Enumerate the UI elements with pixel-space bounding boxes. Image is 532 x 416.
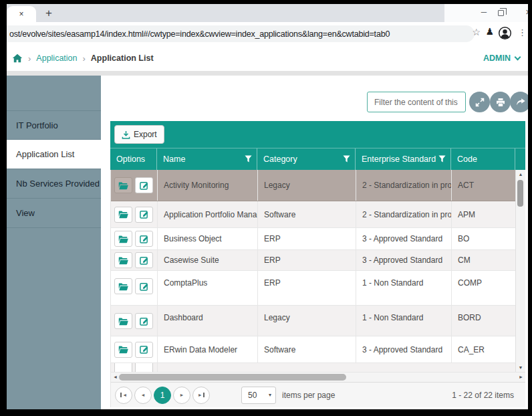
table-body: Activity Monitoring Legacy 2 - Standardi… [110, 170, 525, 372]
open-folder-button[interactable] [114, 177, 132, 193]
cell-category: Legacy [258, 170, 356, 201]
horizontal-scrollbar-thumb[interactable] [119, 374, 346, 381]
table-row-clipped[interactable] [111, 363, 515, 372]
previous-page-button[interactable]: ◄ [134, 387, 152, 404]
sidebar-item-application-list[interactable]: Application List [7, 140, 101, 169]
breadcrumb-link-application[interactable]: Application [36, 54, 77, 63]
column-label: Code [457, 154, 477, 164]
open-folder-button[interactable] [114, 313, 132, 329]
table-row[interactable]: Activity Monitoring Legacy 2 - Standardi… [111, 170, 515, 201]
restore-button[interactable] [498, 10, 504, 16]
column-header-enterprise-standard[interactable]: Enterprise Standard [356, 148, 451, 170]
horizontal-scrollbar[interactable]: ◄ ► [110, 372, 525, 382]
open-folder-button[interactable] [114, 252, 132, 268]
folder-open-icon [118, 210, 128, 219]
items-per-page-label: items per page [282, 391, 335, 400]
url-text: ost/evolve/sites/easamp14/index.html#/cw… [9, 29, 390, 39]
sidebar-item-it-portfolio[interactable]: IT Portfolio [7, 110, 101, 140]
edit-pencil-icon [140, 317, 148, 326]
sidebar-item-nb-services-provided[interactable]: Nb Services Provided [7, 169, 101, 199]
open-folder-button[interactable] [114, 342, 132, 358]
close-button[interactable]: × [525, 6, 528, 17]
filter-funnel-icon[interactable] [438, 155, 446, 165]
minimize-button[interactable]: – [481, 5, 487, 17]
extension-pin-icon[interactable]: ♟ [485, 27, 494, 36]
person-icon [498, 26, 512, 40]
open-folder-button[interactable] [114, 207, 132, 223]
scroll-up-icon[interactable]: ▲ [516, 172, 525, 177]
bookmark-star-icon[interactable]: ☆ [472, 27, 481, 37]
column-header-name[interactable]: Name [157, 148, 257, 170]
cell-category: ERP [258, 228, 356, 249]
open-folder-button[interactable] [114, 278, 132, 294]
browser-toolbar: ost/evolve/sites/easamp14/index.html#/cw… [7, 22, 528, 45]
edit-button[interactable] [135, 313, 153, 329]
browser-tab[interactable]: × [7, 6, 36, 22]
download-icon [122, 130, 130, 139]
edit-button[interactable] [135, 363, 153, 372]
cell-enterprise-standard: 1 - Non Standard [356, 306, 452, 336]
fullscreen-button[interactable] [469, 92, 490, 112]
folder-open-icon [118, 235, 128, 243]
export-button[interactable]: Export [114, 125, 164, 144]
print-button[interactable] [490, 92, 511, 112]
cell-enterprise-standard: 2 - Standardization in progress [356, 170, 452, 201]
scroll-left-icon[interactable]: ◄ [113, 375, 118, 379]
url-bar[interactable]: ost/evolve/sites/easamp14/index.html#/cw… [7, 25, 475, 42]
edit-button[interactable] [135, 231, 153, 247]
filter-funnel-icon[interactable] [343, 155, 350, 165]
edit-pencil-icon [140, 282, 148, 291]
edit-button[interactable] [135, 252, 153, 268]
tab-close-icon[interactable]: × [19, 10, 23, 18]
next-icon: ► [180, 393, 184, 397]
column-label: Enterprise Standard [362, 154, 436, 164]
edit-button[interactable] [135, 177, 153, 193]
edit-button[interactable] [135, 278, 153, 294]
home-icon[interactable] [12, 54, 23, 63]
page-filter-input[interactable] [367, 92, 466, 112]
next-page-button[interactable]: ► [173, 387, 190, 404]
cell-name: ERwin Data Modeler [158, 336, 258, 362]
open-folder-button[interactable] [114, 231, 132, 247]
vertical-scrollbar[interactable]: ▲ ▼ [515, 170, 525, 372]
open-folder-button[interactable] [114, 363, 132, 372]
new-tab-button[interactable]: + [41, 5, 57, 21]
table-row[interactable]: Casewise Suite ERP 3 - Approved Standard… [111, 250, 515, 271]
vertical-scrollbar-thumb[interactable] [517, 180, 523, 207]
content-area: Export Options Name Category [101, 76, 528, 409]
scroll-right-icon[interactable]: ► [519, 375, 523, 379]
filter-funnel-icon[interactable] [245, 155, 252, 165]
column-header-category[interactable]: Category [257, 148, 356, 170]
cell-enterprise-standard: 3 - Approved Standard [356, 336, 452, 362]
edit-button[interactable] [135, 342, 153, 358]
table-row[interactable]: Business Object ERP 3 - Approved Standar… [111, 228, 515, 250]
share-button[interactable] [510, 92, 528, 112]
edit-pencil-icon [140, 345, 148, 354]
table-row[interactable]: ERwin Data Modeler Software 3 - Approved… [111, 336, 515, 363]
divider-strip [7, 71, 528, 76]
table-row[interactable]: Dashboard Legacy 1 - Non Standard BORD [111, 306, 515, 336]
cell-code: BORD [452, 306, 515, 336]
sidebar-item-view[interactable]: View [7, 199, 101, 228]
edit-button[interactable] [135, 207, 153, 223]
first-page-button[interactable]: ◄ [115, 387, 132, 404]
select-caret-icon: ▾ [269, 393, 271, 398]
table-row[interactable]: ComptaPlus ERP 1 - Non Standard COMP [111, 271, 515, 306]
tab-bar: × + – × [7, 4, 528, 22]
page-1-button[interactable]: 1 [154, 387, 171, 404]
cell-code: BO [452, 228, 515, 249]
browser-menu-icon[interactable]: ⋮ [518, 28, 527, 37]
user-menu[interactable]: ADMIN [483, 54, 520, 63]
export-label: Export [134, 130, 157, 139]
application-table: Export Options Name Category [110, 121, 525, 407]
folder-open-icon [118, 181, 128, 190]
folder-open-icon [118, 317, 128, 326]
last-page-button[interactable]: ► [192, 387, 210, 404]
profile-avatar[interactable] [498, 26, 512, 40]
cell-category: Legacy [258, 306, 356, 336]
page-size-select[interactable]: 50 ▾ [241, 387, 276, 404]
scroll-down-icon[interactable]: ▼ [516, 365, 525, 370]
table-row[interactable]: Application Portfolio Manager Software 2… [111, 201, 515, 228]
cell-options [111, 250, 158, 270]
column-header-code[interactable]: Code [451, 148, 515, 170]
